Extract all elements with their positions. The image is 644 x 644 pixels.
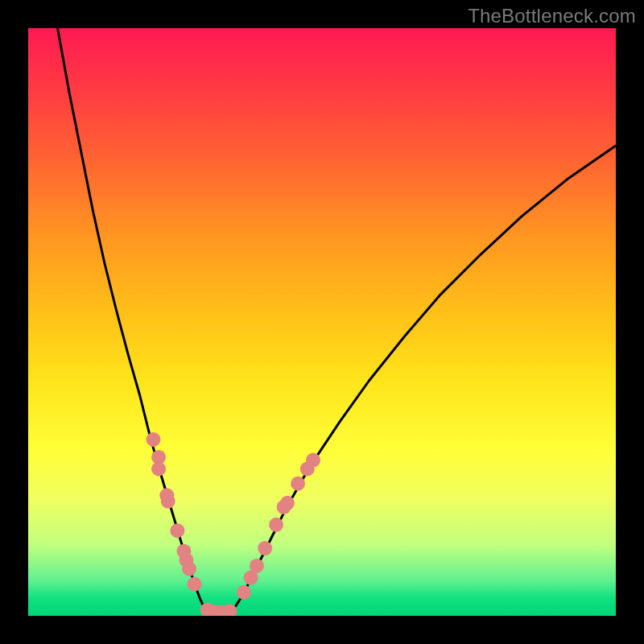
curve-right-curve	[234, 146, 617, 609]
marker-point	[269, 518, 283, 532]
marker-point	[170, 523, 184, 538]
chart-frame: TheBottleneck.com	[0, 0, 644, 644]
marker-point	[250, 559, 264, 573]
chart-overlay	[28, 28, 616, 616]
marker-point	[151, 462, 166, 477]
marker-point	[258, 541, 272, 555]
watermark-text: TheBottleneck.com	[468, 5, 636, 27]
marker-point	[146, 432, 160, 447]
marker-point	[161, 494, 175, 509]
marker-point	[306, 453, 320, 468]
marker-point	[188, 577, 202, 592]
marker-point	[291, 477, 305, 491]
curve-left-curve	[58, 28, 205, 609]
marker-point	[237, 585, 251, 600]
marker-point	[280, 496, 295, 510]
data-markers	[146, 432, 320, 616]
marker-point	[182, 562, 196, 576]
curve-lines	[58, 28, 617, 613]
